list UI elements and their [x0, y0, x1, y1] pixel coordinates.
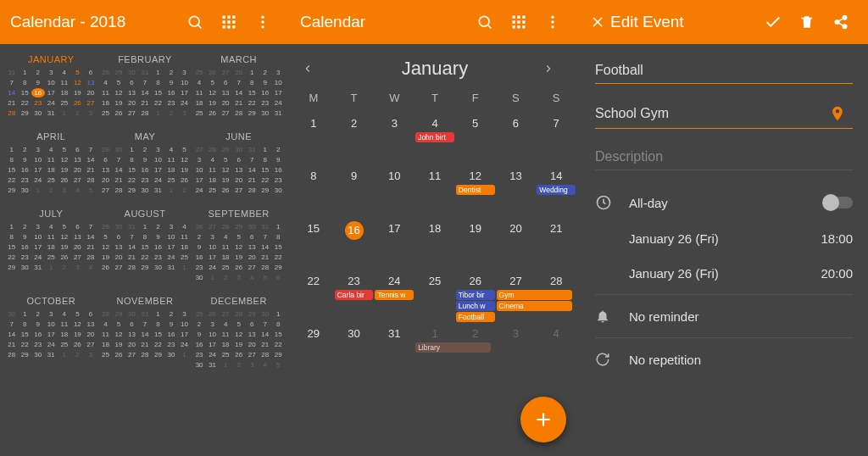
day-cell[interactable]: 17 — [374, 220, 415, 272]
month-block[interactable]: APRIL12345678910111213141516171819202122… — [5, 123, 97, 195]
month-block[interactable]: JULY123456789101112131415161718192021222… — [5, 200, 97, 282]
search-icon[interactable] — [468, 14, 502, 31]
day-cell[interactable]: 30 — [334, 325, 375, 377]
day-cell[interactable]: 4 — [536, 325, 576, 377]
event-title-input[interactable] — [595, 63, 853, 78]
day-cell[interactable]: 13 — [496, 167, 537, 220]
edit-event-screen: Edit Event All-day — [580, 0, 868, 456]
menu-overflow-icon[interactable] — [246, 14, 280, 31]
reminder-label: No reminder — [629, 309, 853, 324]
day-cell[interactable]: 1Library — [415, 325, 455, 377]
day-cell[interactable]: 28 — [536, 272, 576, 325]
month-block[interactable]: JANUARY311234567891011121314151617181920… — [5, 46, 97, 118]
event-chip[interactable]: Tibor bir — [456, 290, 495, 300]
day-cell[interactable]: 31 — [374, 325, 415, 377]
month-block[interactable]: JUNE272829303112345678910111213141516171… — [192, 123, 285, 195]
day-cell[interactable]: 3 — [496, 325, 537, 377]
grid-view-icon[interactable] — [212, 14, 246, 31]
location-pin-icon[interactable] — [829, 104, 853, 123]
event-chip[interactable]: Tennis w — [375, 290, 414, 300]
month-block[interactable]: FEBRUARY28293031123456789101112131415161… — [99, 46, 192, 118]
day-cell[interactable]: 24Tennis w — [374, 272, 415, 325]
day-cell[interactable]: 2 — [455, 325, 496, 377]
event-description-input[interactable] — [595, 149, 853, 164]
grid-view-icon[interactable] — [502, 14, 536, 31]
event-chip[interactable]: Lunch w — [456, 301, 495, 311]
svg-rect-8 — [223, 25, 225, 28]
start-time[interactable]: 18:00 — [821, 231, 853, 246]
end-datetime-row[interactable]: January 26 (Fri) 20:00 — [595, 256, 853, 291]
day-cell[interactable]: 25 — [415, 272, 455, 325]
end-time[interactable]: 20:00 — [821, 266, 853, 281]
all-day-toggle[interactable] — [824, 197, 853, 209]
day-cell[interactable]: 1 — [293, 114, 334, 167]
month-block[interactable]: AUGUST2930311234567891011121314151617181… — [99, 200, 192, 282]
day-cell[interactable]: 16 — [334, 220, 375, 272]
next-month-button[interactable] — [542, 60, 568, 77]
event-chip[interactable]: Carla bir — [335, 290, 374, 300]
day-cell[interactable]: 6 — [496, 114, 537, 167]
day-cell[interactable]: 7 — [536, 114, 576, 167]
event-location-input[interactable] — [595, 106, 829, 121]
day-cell[interactable]: 5 — [455, 114, 496, 167]
svg-line-1 — [198, 25, 202, 29]
svg-rect-21 — [522, 20, 525, 23]
clock-icon — [595, 194, 629, 211]
day-cell[interactable]: 22 — [293, 272, 334, 325]
close-icon[interactable] — [585, 14, 610, 31]
day-of-week-header: M T W T F S S — [290, 88, 580, 114]
day-cell[interactable]: 9 — [334, 167, 375, 220]
event-chip[interactable]: Dentist — [456, 185, 495, 195]
divider — [595, 337, 853, 338]
month-grid[interactable]: 1234John birt56789101112Dentist1314Weddi… — [290, 114, 580, 377]
year-grid[interactable]: JANUARY311234567891011121314151617181920… — [0, 44, 290, 375]
day-cell[interactable]: 27GymCinema — [496, 272, 537, 325]
repeat-icon — [595, 352, 629, 367]
event-chip[interactable]: Wedding — [537, 185, 576, 195]
month-block[interactable]: MARCH25262728123456789101112131415161718… — [192, 46, 285, 118]
day-cell[interactable]: 10 — [374, 167, 415, 220]
day-cell[interactable]: 21 — [536, 220, 576, 272]
week-row: 89101112Dentist1314Wedding — [290, 167, 580, 220]
svg-point-27 — [551, 25, 554, 28]
month-block[interactable]: NOVEMBER28293031123456789101112131415161… — [99, 287, 192, 370]
day-cell[interactable]: 23Carla bir — [334, 272, 375, 325]
day-cell[interactable]: 15 — [293, 220, 334, 272]
start-date[interactable]: January 26 (Fri) — [629, 231, 821, 246]
prev-month-button[interactable] — [302, 60, 327, 77]
share-icon[interactable] — [824, 14, 858, 30]
day-cell[interactable]: 12Dentist — [455, 167, 496, 220]
day-cell[interactable]: 11 — [415, 167, 455, 220]
day-cell[interactable]: 3 — [374, 114, 415, 167]
save-icon[interactable] — [756, 13, 790, 31]
menu-overflow-icon[interactable] — [536, 14, 570, 31]
month-block[interactable]: DECEMBER25262728293012345678910111213141… — [192, 287, 285, 370]
repetition-row[interactable]: No repetition — [595, 342, 853, 377]
day-cell[interactable]: 29 — [293, 325, 334, 377]
month-block[interactable]: SEPTEMBER2627282930311234567891011121314… — [192, 200, 285, 282]
day-cell[interactable]: 20 — [496, 220, 537, 272]
event-chip[interactable]: John birt — [415, 132, 454, 142]
month-name: JUNE — [192, 123, 285, 145]
day-cell[interactable]: 4John birt — [415, 114, 455, 167]
day-cell[interactable]: 26Tibor birLunch wFootball — [455, 272, 496, 325]
month-block[interactable]: OCTOBER301234567891011121314151617181920… — [5, 287, 97, 370]
event-chip[interactable]: Football — [456, 312, 495, 322]
day-cell[interactable]: 18 — [415, 220, 455, 272]
day-cell[interactable]: 19 — [455, 220, 496, 272]
add-event-fab[interactable] — [520, 397, 566, 442]
all-day-row: All-day — [595, 184, 853, 221]
event-title-field[interactable] — [595, 56, 853, 84]
end-date[interactable]: January 26 (Fri) — [629, 266, 821, 281]
event-location-field[interactable] — [595, 97, 853, 129]
dow: F — [455, 92, 496, 104]
day-cell[interactable]: 2 — [334, 114, 375, 167]
start-datetime-row[interactable]: January 26 (Fri) 18:00 — [595, 221, 853, 256]
month-block[interactable]: MAY2930123456789101112131415161718192021… — [99, 123, 192, 195]
day-cell[interactable]: 8 — [293, 167, 334, 220]
search-icon[interactable] — [178, 14, 212, 31]
reminder-row[interactable]: No reminder — [595, 298, 853, 334]
event-description-field[interactable] — [595, 142, 853, 170]
day-cell[interactable]: 14Wedding — [536, 167, 576, 220]
delete-icon[interactable] — [790, 14, 824, 30]
